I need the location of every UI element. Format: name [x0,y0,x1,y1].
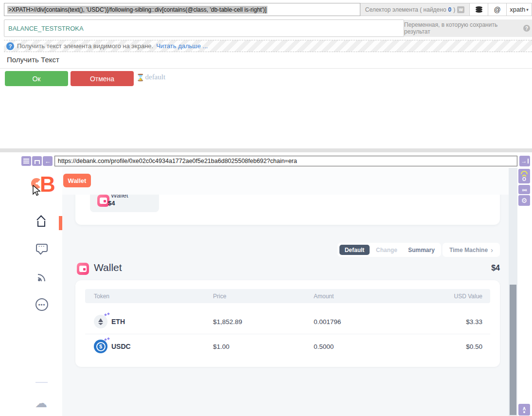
token-table-card: Token Price Amount USD Value ETH $1,852.… [75,280,500,367]
arrow-right-icon: → [521,158,527,164]
token-amount: 0.001796 [314,318,341,326]
url-bar[interactable]: https://debank.com/profile/0xe02c0c4934a… [54,156,517,166]
cancel-button[interactable]: Отмена [71,71,134,86]
scrollbar-thumb[interactable] [510,285,516,415]
wallet-tile-value: $4 [108,199,115,207]
wallet-section-title: Wallet [94,262,122,273]
time-machine-label: Time Machine [449,247,488,253]
help-text: Получить текст элемента видимого на экра… [17,42,153,50]
token-price: $1,852.89 [213,318,242,326]
selector-status-prefix: Селектор элемента ( найдено [365,6,446,13]
divider [0,68,532,69]
token-name: ETH [111,318,125,326]
chevron-up-icon: ∧ [522,406,526,410]
database-icon [476,6,482,13]
selector-input[interactable]: >XPATH>//div[contains(text(), 'USDC')]/f… [4,3,360,16]
help-question-icon: ? [523,25,530,32]
selector-type-value: xpath [510,6,525,13]
tab-change[interactable]: Change [370,245,404,255]
chain-badge-icon [105,338,110,342]
chat-icon: ··· [38,243,45,249]
at-button[interactable]: @ [488,3,507,16]
wifi-icon [521,171,528,174]
sidebar-item-home[interactable] [36,216,48,228]
sidebar-item-cloud[interactable]: ☁ [35,396,47,410]
variable-hint: Переменная, в которую сохранить результа… [404,19,532,37]
hamburger-icon [23,161,29,162]
selector-status: Селектор элемента ( найдено 0 ) W [360,3,470,16]
token-name: USDC [111,343,131,350]
pulse-icon [35,160,40,164]
hourglass-icon: ⌛ [136,73,144,81]
variables-button[interactable] [470,3,488,16]
table-row[interactable]: ETH $1,852.89 0.001796 $3.33 [75,310,500,333]
ellipsis-icon: ••• [38,302,46,307]
browser-settings-button[interactable]: ⚙ [518,195,530,206]
help-banner: ? Получить текст элемента видимого на эк… [4,40,532,52]
chain-badge-icon [105,313,110,317]
default-label: default [145,73,165,81]
compress-icon: »« [522,187,527,193]
chevron-down-icon: ▾ [526,7,529,12]
debank-sidebar [0,168,62,416]
token-usd-value: $0.50 [466,343,482,350]
mouse-cursor [32,185,43,197]
w-badge-icon[interactable]: W [457,6,464,13]
variable-hint-text: Переменная, в которую сохранить результа… [404,21,521,35]
nav-wallet-chip[interactable]: Wallet [63,174,91,187]
ok-button[interactable]: Ок [5,71,68,86]
variable-row: BALANCE_TESTSTROKA Переменная, в которую… [4,19,532,37]
token-table-header: Token Price Amount USD Value [85,289,490,303]
token-price: $1.00 [213,343,230,350]
time-machine-button[interactable]: Time Machine › [443,243,500,257]
row-divider [85,334,490,334]
collapse-button[interactable]: »« [518,185,530,194]
read-more-link[interactable]: Читать дальше ... [156,42,208,50]
eth-token-icon [94,315,107,328]
column-header-token: Token [94,293,109,300]
sidebar-item-chat[interactable]: ··· [36,244,48,252]
selector-type-dropdown[interactable]: xpath ▾ [507,3,532,16]
question-circle-icon: ? [6,42,14,50]
found-count: 0 [448,6,452,13]
token-usd-value: $3.33 [466,318,482,326]
selector-row: >XPATH>//div[contains(text(), 'USDC')]/f… [4,3,532,16]
at-icon: @ [494,6,500,14]
token-amount: 0.5000 [314,343,334,350]
arrow-left-icon: ← [45,158,51,165]
selector-status-suffix: ) [453,6,455,13]
browser-menu-button[interactable] [21,156,31,166]
gear-icon: ⚙ [521,197,528,204]
debank-header [62,168,509,195]
chevron-right-icon: › [491,246,493,254]
browser-step-button[interactable] [32,156,42,166]
action-title: Получить Текст [7,55,59,64]
sidebar-item-more[interactable]: ••• [35,298,48,311]
default-profile-chip[interactable]: ⌛ default [136,73,165,81]
usdc-token-icon: $ [94,340,107,353]
column-header-amount: Amount [314,293,334,300]
table-row[interactable]: $ USDC $1.00 0.5000 $0.50 [75,335,500,358]
cloud-icon: ☁ [35,396,47,410]
tab-summary[interactable]: Summary [404,245,439,255]
sidebar-divider [35,382,48,383]
sidebar-item-feed[interactable] [37,271,49,282]
view-tabs: Default Change Summary [337,243,441,257]
scroll-top-button[interactable]: ∧ [518,404,530,416]
column-header-usd-value: USD Value [454,293,482,300]
active-nav-indicator [59,216,62,230]
go-to-url-button[interactable]: → [519,156,530,166]
panel-separator [0,148,532,152]
variable-input[interactable]: BALANCE_TESTSTROKA [4,19,404,37]
proxy-button[interactable]: O [518,169,530,183]
wallet-section-total: $4 [467,264,500,272]
column-header-price: Price [213,293,226,300]
selector-input-text: >XPATH>//div[contains(text(), 'USDC')]/f… [7,6,267,14]
browser-back-button[interactable]: ← [43,156,53,166]
tab-default[interactable]: Default [339,245,370,255]
wallet-section-icon [77,263,89,275]
variable-input-text: BALANCE_TESTSTROKA [8,25,84,32]
